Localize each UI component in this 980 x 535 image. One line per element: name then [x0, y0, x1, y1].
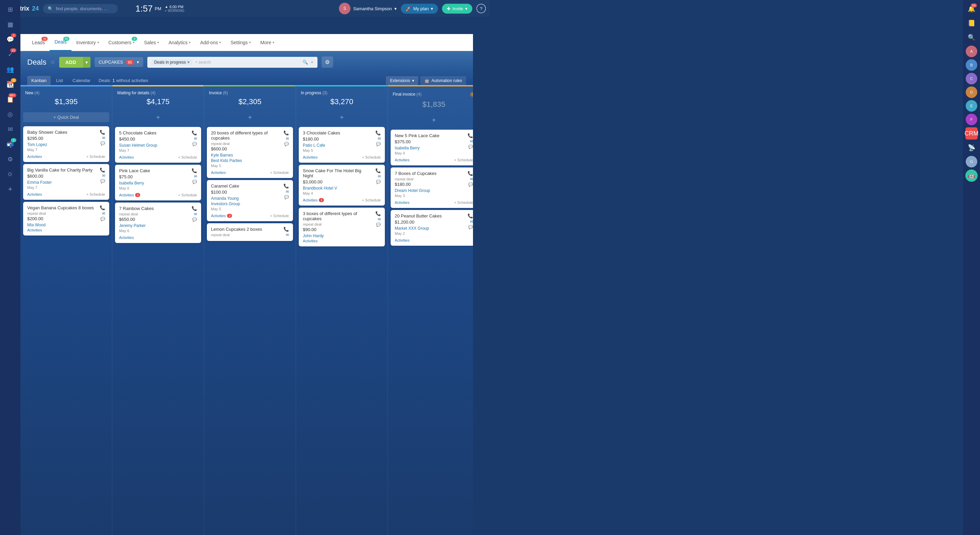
chat-icon[interactable]: 💬	[100, 179, 105, 183]
phone-icon[interactable]: 📞	[468, 171, 473, 176]
add-dropdown-button[interactable]: ▾	[82, 57, 91, 68]
phone-icon[interactable]: 📞	[192, 131, 197, 135]
favorite-icon[interactable]: ☆	[50, 59, 55, 65]
card-client[interactable]: Susan Helmet Group	[119, 143, 197, 148]
activities-button[interactable]: Activities	[211, 170, 226, 175]
add-deal-progress-button[interactable]: +	[299, 112, 385, 123]
email-icon[interactable]: ✉	[286, 233, 289, 237]
card-client[interactable]: John Hardy	[303, 234, 381, 238]
card-client[interactable]: Amanda Young	[211, 196, 289, 201]
chat-icon[interactable]: 💬	[376, 223, 381, 227]
activities-button[interactable]: Activities	[27, 192, 42, 196]
phone-icon[interactable]: 📞	[283, 227, 289, 232]
sidebar-icon-add[interactable]: +	[3, 182, 17, 196]
phone-icon[interactable]: 📞	[468, 213, 473, 218]
activities-button[interactable]: Activities	[395, 201, 409, 205]
chat-icon[interactable]: 💬	[468, 145, 473, 149]
card-client[interactable]: Emma Foster	[27, 180, 105, 185]
card-client2[interactable]: Investors Group	[211, 201, 289, 206]
chat-icon[interactable]: 💬	[100, 141, 105, 146]
card-title[interactable]: 3 Chocolate Cakes	[303, 131, 381, 135]
card-title[interactable]: Caramel Cake	[211, 183, 289, 188]
email-icon[interactable]: ✉	[470, 139, 473, 143]
card-client[interactable]: Kyle Barnes	[211, 153, 289, 158]
clear-search-icon[interactable]: ×	[311, 60, 313, 65]
nav-leads[interactable]: Leads 35	[27, 34, 50, 51]
phone-icon[interactable]: 📞	[192, 206, 197, 211]
tab-list[interactable]: List	[52, 76, 67, 85]
activities-button[interactable]: Activities	[303, 155, 318, 159]
card-title[interactable]: New 5 Pink Lace Cake	[395, 133, 473, 138]
email-icon[interactable]: ✉	[286, 137, 289, 141]
add-button[interactable]: ADD	[59, 57, 82, 68]
add-column-icon[interactable]: ⊕	[470, 91, 473, 98]
sidebar-icon-crm[interactable]: 📋 99+	[3, 92, 17, 106]
email-icon[interactable]: ✉	[378, 174, 381, 179]
user-profile[interactable]: S Samantha Simpson ▾	[339, 3, 397, 14]
tag-close-icon[interactable]: ×	[187, 60, 189, 65]
schedule-button[interactable]: + Schedule	[178, 155, 197, 159]
card-title[interactable]: 20 Peanut Butter Cakes	[395, 213, 473, 218]
schedule-button[interactable]: + Schedule	[454, 158, 473, 162]
phone-icon[interactable]: 📞	[375, 168, 381, 173]
chat-icon[interactable]: 💬	[192, 218, 197, 222]
sidebar-icon-mail[interactable]: 📬 1	[3, 137, 17, 151]
tab-kanban[interactable]: Kanban	[27, 76, 51, 85]
email-icon[interactable]: ✉	[470, 177, 473, 182]
activities-button[interactable]: Activities	[395, 238, 409, 242]
card-client[interactable]: Brandbook Hotel V	[303, 186, 381, 191]
sidebar-icon-target[interactable]: ◎	[3, 108, 17, 121]
email-icon[interactable]: ✉	[194, 174, 197, 179]
schedule-button[interactable]: + Schedule	[178, 193, 197, 197]
nav-settings[interactable]: Settings ▾	[226, 34, 256, 51]
email-icon[interactable]: ✉	[470, 220, 473, 224]
extensions-button[interactable]: Extensions ▾	[386, 76, 418, 85]
chat-icon[interactable]: 💬	[284, 195, 289, 199]
schedule-button[interactable]: + Schedule	[270, 214, 289, 218]
invite-button[interactable]: ✚ Invite ▾	[442, 4, 472, 14]
card-client[interactable]: Patio L Cafe	[303, 143, 381, 148]
filter-cupcakes-button[interactable]: CUPCAKES 85 ▾	[95, 57, 143, 67]
chat-icon[interactable]: 💬	[192, 180, 197, 184]
card-client[interactable]: Isabella Berry	[395, 146, 473, 150]
column-settings-button[interactable]: ⚙	[321, 56, 333, 68]
card-client2[interactable]: Best Kids Parties	[211, 158, 289, 163]
email-icon[interactable]: ✉	[378, 217, 381, 221]
add-deal-icon-button[interactable]: +	[115, 112, 201, 123]
phone-icon[interactable]: 📞	[100, 167, 105, 172]
card-title[interactable]: Baby Shower Cakes	[27, 130, 105, 135]
phone-icon[interactable]: 📞	[283, 131, 289, 135]
sidebar-icon-contacts[interactable]: 👥	[3, 63, 17, 76]
activities-button[interactable]: Activities	[395, 158, 409, 162]
phone-icon[interactable]: 📞	[192, 168, 197, 173]
activities-button[interactable]: Activities 1	[303, 198, 324, 202]
phone-icon[interactable]: 📞	[468, 133, 473, 138]
activities-button[interactable]: Activities	[119, 236, 134, 240]
card-client[interactable]: Dream Hotel Group	[395, 188, 473, 193]
nav-addons[interactable]: Add-ons ▾	[195, 34, 226, 51]
chat-icon[interactable]: 💬	[376, 180, 381, 184]
help-button[interactable]: ?	[476, 4, 486, 13]
my-plan-button[interactable]: 🚀 My plan ▾	[401, 4, 438, 14]
card-client[interactable]: Jeremy Parker	[119, 223, 197, 228]
sidebar-icon-settings[interactable]: ⛭	[3, 167, 17, 181]
sidebar-icon-grid[interactable]: ⊞	[3, 3, 17, 16]
sidebar-icon-calendar2[interactable]: 📆 3	[3, 78, 17, 91]
card-client[interactable]: Market XXX Group	[395, 226, 473, 231]
email-icon[interactable]: ✉	[102, 211, 105, 216]
email-icon[interactable]: ✉	[378, 137, 381, 141]
sidebar-icon-chat[interactable]: 💬 3	[3, 33, 17, 46]
activities-button[interactable]: Activities	[119, 155, 134, 159]
phone-icon[interactable]: 📞	[375, 211, 381, 216]
phone-icon[interactable]: 📞	[283, 183, 289, 188]
card-title[interactable]: 7 Boxes of Cupcakes	[395, 171, 473, 176]
add-deal-invoice-button[interactable]: +	[207, 112, 293, 123]
card-title[interactable]: 7 Rainbow Cakes	[119, 206, 197, 211]
sidebar-icon-calendar[interactable]: ▦	[3, 18, 17, 31]
add-deal-final-button[interactable]: +	[391, 115, 473, 126]
nav-inventory[interactable]: Inventory ▾	[72, 34, 104, 51]
global-search[interactable]: 🔍 find people, documents, ...	[43, 4, 118, 13]
quick-deal-button[interactable]: + Quick Deal	[23, 112, 109, 122]
sidebar-icon-email[interactable]: ✉	[3, 123, 17, 136]
card-title[interactable]: Snow Cake For The Hotel Big Night	[303, 168, 381, 178]
